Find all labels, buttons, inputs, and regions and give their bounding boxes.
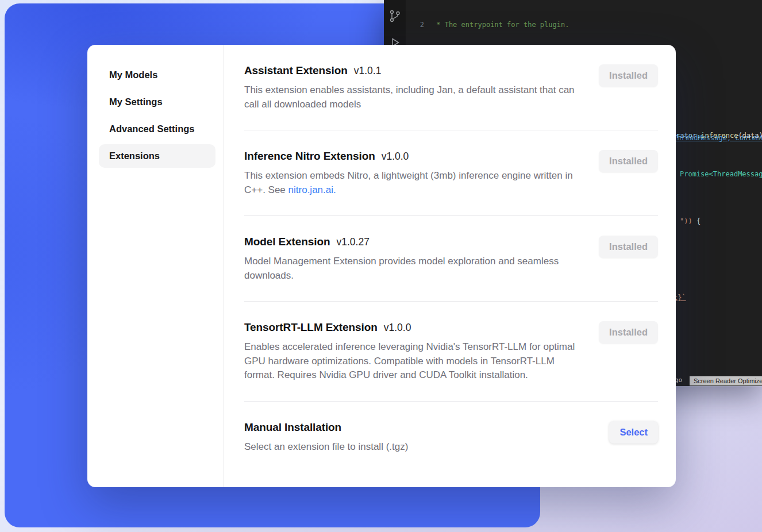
extension-description: Select an extension file to install (.tg… xyxy=(244,440,408,454)
extensions-panel: Assistant Extension v1.0.1 This extensio… xyxy=(224,45,676,487)
extension-title-line: Assistant Extension v1.0.1 xyxy=(244,64,578,77)
extension-description: Model Management Extension provides mode… xyxy=(244,255,578,283)
line-number: 2 xyxy=(406,20,424,29)
extension-description: This extension embeds Nitro, a lightweig… xyxy=(244,169,578,197)
extension-row-assistant: Assistant Extension v1.0.1 This extensio… xyxy=(244,64,658,130)
sidebar-item-my-models[interactable]: My Models xyxy=(99,63,215,87)
code-token: ")) xyxy=(680,217,692,225)
extension-version: v1.0.0 xyxy=(384,322,411,334)
settings-modal: My Models My Settings Advanced Settings … xyxy=(87,45,676,487)
extension-description: Enables accelerated inference leveraging… xyxy=(244,340,578,383)
installed-button[interactable]: Installed xyxy=(599,321,658,344)
extension-row-manual-installation: Manual Installation Select an extension … xyxy=(244,402,658,473)
code-fragment: Promise<ThreadMessage> xyxy=(680,170,762,178)
select-file-button[interactable]: Select xyxy=(609,421,658,444)
extension-version: v1.0.0 xyxy=(382,151,409,163)
screen-reader-optimized-badge[interactable]: Screen Reader Optimized xyxy=(690,376,762,385)
code-line: 2 * The entrypoint for the plugin. xyxy=(406,20,762,29)
extension-title: Model Extension xyxy=(244,236,330,248)
code-token: inference xyxy=(701,132,738,140)
extension-title: TensortRT-LLM Extension xyxy=(244,321,378,334)
nitro-jan-ai-link[interactable]: nitro.jan.ai. xyxy=(288,184,336,195)
extension-title-line: Manual Installation xyxy=(244,421,408,434)
sidebar-item-extensions[interactable]: Extensions xyxy=(99,144,215,168)
extension-title: Manual Installation xyxy=(244,421,341,434)
sidebar-item-advanced-settings[interactable]: Advanced Settings xyxy=(99,117,215,141)
extension-title-line: TensortRT-LLM Extension v1.0.0 xyxy=(244,321,578,334)
source-control-icon[interactable] xyxy=(388,9,402,23)
extension-info: TensortRT-LLM Extension v1.0.0 Enables a… xyxy=(244,321,578,383)
installed-button[interactable]: Installed xyxy=(599,64,658,87)
code-text: * The entrypoint for the plugin. xyxy=(424,20,569,29)
extension-title-line: Inference Nitro Extension v1.0.0 xyxy=(244,150,578,163)
code-fragment: rator.inference(data)); xyxy=(676,132,762,140)
installed-button[interactable]: Installed xyxy=(599,150,658,172)
settings-sidebar: My Models My Settings Advanced Settings … xyxy=(87,45,224,487)
extension-title-line: Model Extension v1.0.27 xyxy=(244,236,578,248)
installed-button[interactable]: Installed xyxy=(599,236,658,258)
extension-title: Assistant Extension xyxy=(244,64,348,77)
extension-row-model: Model Extension v1.0.27 Model Management… xyxy=(244,216,658,302)
extension-info: Assistant Extension v1.0.1 This extensio… xyxy=(244,64,578,111)
extension-row-tensorrt-llm: TensortRT-LLM Extension v1.0.0 Enables a… xyxy=(244,302,658,402)
extension-description: This extension enables assistants, inclu… xyxy=(244,83,578,111)
sidebar-item-my-settings[interactable]: My Settings xyxy=(99,90,215,114)
code-fragment: ")) { xyxy=(680,217,701,225)
code-token: { xyxy=(692,217,701,225)
extension-info: Inference Nitro Extension v1.0.0 This ex… xyxy=(244,150,578,197)
extension-version: v1.0.1 xyxy=(354,65,382,77)
extension-info: Manual Installation Select an extension … xyxy=(244,421,408,454)
code-token: (data)); xyxy=(738,132,762,140)
code-token: rator. xyxy=(676,132,701,140)
extension-row-inference-nitro: Inference Nitro Extension v1.0.0 This ex… xyxy=(244,130,658,216)
extension-title: Inference Nitro Extension xyxy=(244,150,375,163)
extension-info: Model Extension v1.0.27 Model Management… xyxy=(244,236,578,283)
extension-version: v1.0.27 xyxy=(336,236,369,248)
